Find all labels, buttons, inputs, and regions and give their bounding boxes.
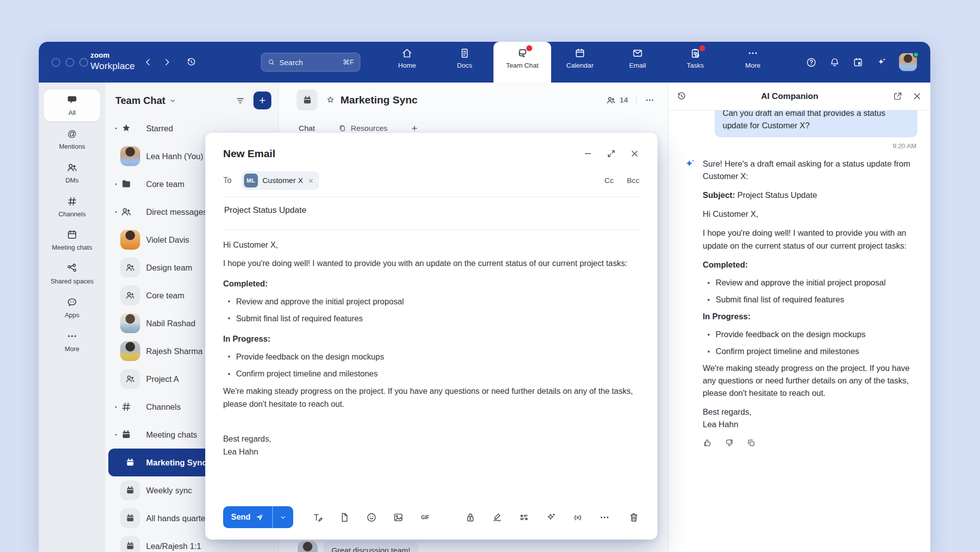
toolbar-icon [312,512,324,523]
close-icon [308,178,314,184]
rail-item-mentions[interactable]: Mentions [44,123,100,155]
back-button[interactable] [143,57,153,67]
nav-tab-more[interactable]: More [724,42,782,83]
notification-badge [699,45,705,51]
signature-button[interactable] [491,512,503,523]
nav-tab-calendar[interactable]: Calendar [551,42,609,83]
filter-button[interactable] [235,95,245,106]
attach-file-button[interactable] [339,512,350,523]
send-options-button[interactable] [272,506,293,528]
email-body-editor[interactable]: Hi Customer X, I hope you're doing well!… [223,230,640,458]
nav-tab-email[interactable]: Email [609,42,666,83]
disclosure-down-icon[interactable] [113,209,119,215]
thumbs-down-button[interactable] [725,438,734,448]
channel-more-button[interactable] [645,95,655,105]
channel-calendar-icon [297,90,318,110]
nav-tab-tasks[interactable]: Tasks [666,42,724,83]
rail-item-icon [66,195,78,207]
compose-toolbar: Send [223,506,640,529]
nav-tab-docs[interactable]: Docs [436,42,493,83]
list-item-icon [120,206,132,218]
template-button[interactable] [518,512,530,523]
modal-title: New Email [223,148,275,160]
window-controls[interactable] [52,42,88,83]
rail-item-meeting-chats[interactable]: Meeting chats [44,224,100,256]
online-status-dot [913,52,919,58]
disclosure-right-icon[interactable] [113,404,119,410]
format-button[interactable] [312,512,324,523]
minimize-window-icon[interactable] [66,58,74,67]
disclosure-down-icon[interactable] [113,126,119,131]
history-button[interactable] [186,42,197,83]
bcc-button[interactable]: Bcc [627,176,640,185]
rail-item-apps[interactable]: Apps [44,292,100,324]
send-button[interactable]: Send [223,506,272,528]
remove-recipient-button[interactable] [308,178,314,184]
minimize-modal-button[interactable] [583,149,593,159]
tab-resources[interactable]: Resources [338,124,388,133]
help-button[interactable] [806,57,817,68]
page-title: Marketing Sync [340,94,417,106]
notifications-button[interactable] [829,57,840,68]
image-button[interactable] [393,512,404,523]
toolbar-icon [366,512,377,523]
more-options-button[interactable] [599,512,610,523]
tab-chat[interactable]: Chat [299,124,315,133]
star-channel-button[interactable] [326,95,335,105]
subject-field[interactable]: Project Status Update [223,197,640,224]
list-item-icon-tile [120,508,140,528]
encrypt-button[interactable] [465,512,476,523]
rail-item-icon [66,263,78,275]
team-chat-title-dropdown[interactable]: Team Chat [115,95,176,106]
ai-history-button[interactable] [676,91,687,101]
people-icon [606,95,616,105]
list-item-icon-tile [120,480,140,500]
disclosure-right-icon[interactable] [113,182,119,187]
new-chat-button[interactable] [253,92,271,109]
toolbar-icon [518,512,530,523]
close-modal-button[interactable] [630,149,640,159]
nav-tab-icon [401,47,413,59]
rail-item-all[interactable]: All [44,90,100,121]
rail-item-channels[interactable]: Channels [44,191,100,223]
list-item-icon-tile [120,369,140,389]
open-in-new-window-button[interactable] [893,91,903,101]
close-window-icon[interactable] [52,58,60,67]
nav-tab-home[interactable]: Home [378,42,436,83]
close-ai-panel-button[interactable] [912,91,922,101]
recipient-field[interactable]: To ML Customer X Cc Bcc [223,171,640,190]
thumbs-up-button[interactable] [703,438,712,448]
add-tab-button[interactable] [410,124,418,132]
member-count[interactable]: 14 [606,95,628,105]
ai-compose-button[interactable] [545,512,557,523]
upcoming-meetings-button[interactable] [852,57,864,68]
toolbar-icon [599,512,610,523]
search-input[interactable]: Search ⌘F [261,53,360,72]
history-icon [676,91,687,101]
variables-button[interactable] [572,512,583,523]
cc-button[interactable]: Cc [604,176,614,185]
recipient-initials-badge: ML [244,174,258,187]
gif-button[interactable] [419,512,431,523]
nav-tab-team-chat[interactable]: Team Chat [493,42,551,83]
rail-item-dms[interactable]: DMs [44,157,100,189]
rail-item-shared-spaces[interactable]: Shared spaces [44,258,100,290]
new-email-modal: New Email To ML Customer X Cc Bcc [205,133,657,540]
ai-companion-button[interactable] [876,57,887,68]
zoom-window-icon[interactable] [80,58,88,67]
search-shortcut: ⌘F [342,58,354,66]
disclosure-down-icon[interactable] [113,432,119,438]
list-item-icon [120,122,132,134]
forward-button[interactable] [162,57,172,67]
plus-icon [410,124,418,132]
discard-draft-button[interactable] [628,512,640,523]
ellipsis-icon [645,95,655,105]
ai-sparkle-icon [683,158,696,171]
avatar [298,541,318,552]
rail-item-more[interactable]: More [44,326,100,358]
copy-response-button[interactable] [746,438,756,448]
emoji-button[interactable] [366,512,377,523]
expand-modal-button[interactable] [606,149,616,159]
user-avatar[interactable] [899,53,917,71]
recipient-chip[interactable]: ML Customer X [242,171,319,190]
